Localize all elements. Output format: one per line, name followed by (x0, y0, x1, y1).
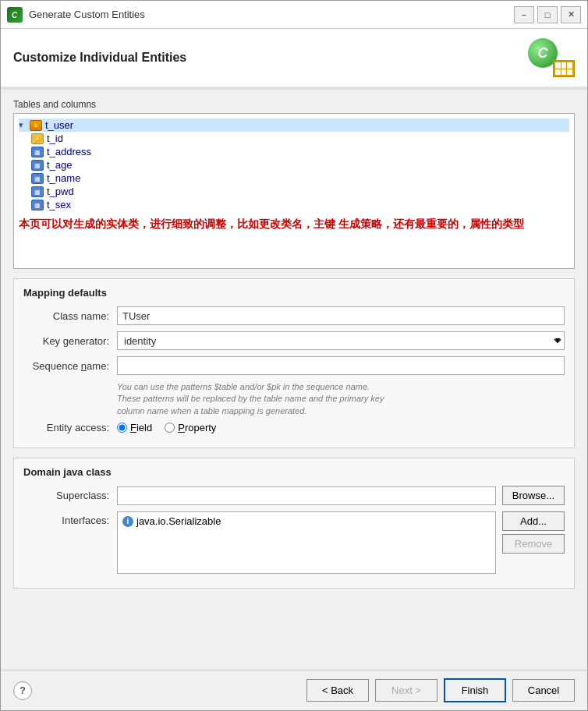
entity-access-radio-group: Field Property (117, 422, 565, 433)
minimize-button[interactable]: − (514, 6, 534, 23)
superclass-row: Superclass: Browse... (23, 486, 565, 505)
logo-grid-cell (555, 62, 561, 69)
window-controls: − □ ✕ (514, 6, 581, 23)
logo-letter: C (538, 45, 548, 62)
tree-children: 🔑 t_id ▦ t_address ▦ t_age ▦ t_name (31, 132, 569, 211)
logo-grid-cell (567, 69, 572, 76)
radio-property-text: Property (178, 422, 216, 433)
tree-section-label: Tables and columns (13, 99, 575, 110)
mapping-section: Mapping defaults Class name: Key generat… (13, 278, 575, 448)
key-icon: 🔑 (31, 133, 44, 144)
table-icon: ≡ (30, 120, 42, 131)
col-icon: ▦ (31, 173, 44, 184)
radio-field[interactable] (117, 423, 127, 433)
class-name-input[interactable] (117, 306, 565, 325)
tree-annotation: 本页可以对生成的实体类，进行细致的调整，比如更改类名，主键 生成策略，还有最重要… (19, 216, 569, 232)
radio-property-label[interactable]: Property (165, 422, 216, 433)
main-window: C Generate Custom Entities − □ ✕ Customi… (0, 0, 588, 711)
logo-grid-cell (567, 62, 572, 69)
footer: ? < Back Next > Finish Cancel (1, 670, 587, 710)
sequence-name-input[interactable] (117, 356, 565, 375)
superclass-input[interactable] (117, 486, 496, 505)
superclass-label: Superclass: (23, 490, 117, 501)
title-bar: C Generate Custom Entities − □ ✕ (1, 1, 587, 29)
interfaces-label: Interfaces: (23, 511, 117, 526)
finish-button[interactable]: Finish (444, 678, 506, 702)
add-button[interactable]: Add... (502, 511, 565, 531)
close-button[interactable]: ✕ (561, 6, 581, 23)
tree-panel[interactable]: ▾ ≡ t_user 🔑 t_id ▦ t_address ▦ (13, 113, 575, 269)
page-header: Customize Individual Entities C (1, 29, 587, 88)
logo-grid-cell (561, 69, 567, 76)
interface-text: java.io.Serializable (136, 515, 221, 527)
tree-section: Tables and columns ▾ ≡ t_user 🔑 t_id ▦ (13, 99, 575, 269)
entity-access-row: Entity access: Field Property (23, 422, 565, 433)
footer-right: < Back Next > Finish Cancel (306, 678, 575, 702)
tree-item-t_pwd[interactable]: ▦ t_pwd (31, 185, 569, 198)
radio-field-label[interactable]: Field (117, 422, 152, 433)
sequence-name-label: Sequence name: (23, 360, 117, 372)
window-title: Generate Custom Entities (29, 9, 514, 20)
col-icon: ▦ (31, 186, 44, 197)
interfaces-row: Interfaces: i java.io.Serializable Add..… (23, 511, 565, 574)
col-icon: ▦ (31, 160, 44, 171)
page-title: Customize Individual Entities (13, 51, 186, 65)
tree-item-t_age[interactable]: ▦ t_age (31, 158, 569, 172)
tree-item-label: t_pwd (47, 186, 74, 197)
content-area: Tables and columns ▾ ≡ t_user 🔑 t_id ▦ (1, 90, 587, 670)
tree-item-t_name[interactable]: ▦ t_name (31, 172, 569, 185)
key-generator-select[interactable]: identity sequence hilo uuid assigned (117, 331, 565, 350)
tree-item-label: t_sex (47, 199, 71, 210)
tree-item-label: t_name (47, 172, 80, 184)
sequence-hint: You can use the patterns $table and/or $… (117, 381, 565, 417)
mapping-title: Mapping defaults (23, 287, 565, 299)
tree-toggle-icon[interactable]: ▾ (19, 120, 30, 130)
app-logo: C (528, 38, 575, 77)
tree-item-label: t_address (47, 146, 91, 157)
browse-button[interactable]: Browse... (502, 486, 565, 505)
class-name-row: Class name: (23, 306, 565, 325)
next-button[interactable]: Next > (375, 679, 437, 702)
tree-item-label: t_age (47, 159, 73, 171)
radio-property[interactable] (165, 423, 175, 433)
interfaces-area[interactable]: i java.io.Serializable (117, 511, 496, 574)
radio-field-text: Field (130, 422, 152, 433)
col-icon: ▦ (31, 200, 44, 210)
col-icon: ▦ (31, 147, 44, 157)
tree-root-item[interactable]: ▾ ≡ t_user (19, 118, 569, 132)
key-generator-row: Key generator: identity sequence hilo uu… (23, 331, 565, 350)
logo-grid-cell (555, 69, 561, 76)
help-button[interactable]: ? (13, 681, 32, 700)
maximize-button[interactable]: □ (537, 6, 558, 23)
logo-grid-cell (561, 62, 567, 69)
key-generator-label: Key generator: (23, 335, 117, 347)
sequence-name-row: Sequence name: (23, 356, 565, 375)
tree-item-t_id[interactable]: 🔑 t_id (31, 132, 569, 145)
tree-root-label: t_user (45, 119, 73, 131)
tree-item-label: t_id (47, 133, 63, 144)
app-icon: C (7, 7, 23, 23)
svg-text:C: C (12, 11, 18, 19)
domain-title: Domain java class (23, 466, 565, 478)
tree-item-t_sex[interactable]: ▦ t_sex (31, 198, 569, 211)
info-icon: i (122, 516, 133, 527)
interface-item: i java.io.Serializable (122, 515, 491, 527)
back-button[interactable]: < Back (306, 679, 369, 702)
tree-item-t_address[interactable]: ▦ t_address (31, 145, 569, 158)
entity-access-label: Entity access: (23, 422, 117, 433)
interface-buttons: Add... Remove (502, 511, 565, 554)
logo-grid (553, 60, 575, 77)
cancel-button[interactable]: Cancel (512, 679, 575, 702)
class-name-label: Class name: (23, 310, 117, 322)
remove-button[interactable]: Remove (502, 534, 565, 554)
domain-section: Domain java class Superclass: Browse... … (13, 458, 575, 589)
key-generator-select-wrapper: identity sequence hilo uuid assigned (117, 331, 565, 350)
footer-left: ? (13, 681, 32, 700)
